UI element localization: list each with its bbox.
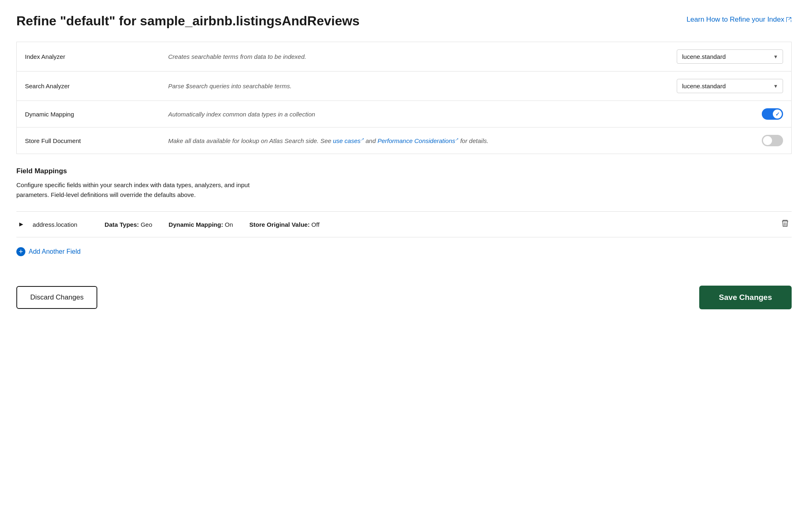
delete-icon: [782, 220, 788, 227]
add-field-label: Add Another Field: [29, 248, 81, 255]
search-analyzer-description: Parse $search queries into searchable te…: [160, 72, 576, 101]
field-mappings-section: Field Mappings Configure specific fields…: [16, 167, 792, 259]
field-row: ► address.location Data Types: Geo Dynam…: [16, 211, 792, 237]
field-mappings-title: Field Mappings: [16, 167, 792, 175]
field-name: address.location: [33, 221, 98, 228]
field-store-original: Store Original Value: Off: [249, 221, 319, 228]
search-analyzer-select[interactable]: lucene.standard lucene.keyword lucene.si…: [677, 79, 783, 93]
dynamic-mapping-description: Automatically index common data types in…: [160, 101, 576, 127]
field-meta: Data Types: Geo Dynamic Mapping: On Stor…: [105, 221, 772, 228]
store-full-document-description: Make all data available for lookup on At…: [160, 127, 576, 154]
store-full-document-row: Store Full Document Make all data availa…: [17, 127, 792, 154]
learn-link-label: Learn How to Refine your Index: [687, 16, 784, 24]
settings-table: Index Analyzer Creates searchable terms …: [16, 42, 792, 154]
store-full-document-toggle[interactable]: [762, 135, 783, 146]
index-analyzer-label: Index Analyzer: [17, 42, 160, 72]
search-analyzer-control: lucene.standard lucene.keyword lucene.si…: [576, 72, 791, 101]
index-analyzer-description: Creates searchable terms from data to be…: [160, 42, 576, 72]
page-title: Refine "default" for sample_airbnb.listi…: [16, 13, 359, 29]
index-analyzer-select-wrapper: lucene.standard lucene.keyword lucene.si…: [677, 49, 783, 64]
search-analyzer-label: Search Analyzer: [17, 72, 160, 101]
field-delete-button[interactable]: [779, 218, 792, 230]
dynamic-mapping-slider: [762, 108, 783, 120]
performance-considerations-link[interactable]: Performance Considerations↗: [377, 137, 458, 144]
external-link-icon: [786, 17, 792, 22]
dynamic-mapping-toggle[interactable]: [762, 108, 783, 120]
store-full-document-control: [576, 127, 791, 154]
dynamic-mapping-label: Dynamic Mapping: [17, 101, 160, 127]
use-cases-link[interactable]: use cases↗: [333, 137, 364, 144]
search-analyzer-select-wrapper: lucene.standard lucene.keyword lucene.si…: [677, 79, 783, 93]
index-analyzer-control: lucene.standard lucene.keyword lucene.si…: [576, 42, 791, 72]
save-changes-button[interactable]: Save Changes: [699, 286, 792, 309]
store-full-document-slider: [762, 135, 783, 146]
add-another-field-button[interactable]: + Add Another Field: [16, 244, 81, 259]
dynamic-mapping-knob: [773, 110, 782, 118]
learn-link[interactable]: Learn How to Refine your Index: [687, 16, 792, 24]
footer-actions: Discard Changes Save Changes: [16, 276, 792, 309]
dynamic-mapping-control: [576, 101, 791, 127]
page-header: Refine "default" for sample_airbnb.listi…: [16, 13, 792, 29]
index-analyzer-row: Index Analyzer Creates searchable terms …: [17, 42, 792, 72]
add-icon: +: [16, 247, 25, 256]
store-full-document-label: Store Full Document: [17, 127, 160, 154]
dynamic-mapping-row: Dynamic Mapping Automatically index comm…: [17, 101, 792, 127]
field-expand-chevron[interactable]: ►: [16, 219, 26, 230]
field-mappings-description: Configure specific fields within your se…: [16, 180, 254, 200]
store-full-document-knob: [763, 136, 772, 145]
field-data-types: Data Types: Geo: [105, 221, 152, 228]
field-dynamic-mapping: Dynamic Mapping: On: [168, 221, 233, 228]
index-analyzer-select[interactable]: lucene.standard lucene.keyword lucene.si…: [677, 49, 783, 64]
search-analyzer-row: Search Analyzer Parse $search queries in…: [17, 72, 792, 101]
discard-changes-button[interactable]: Discard Changes: [16, 286, 97, 309]
